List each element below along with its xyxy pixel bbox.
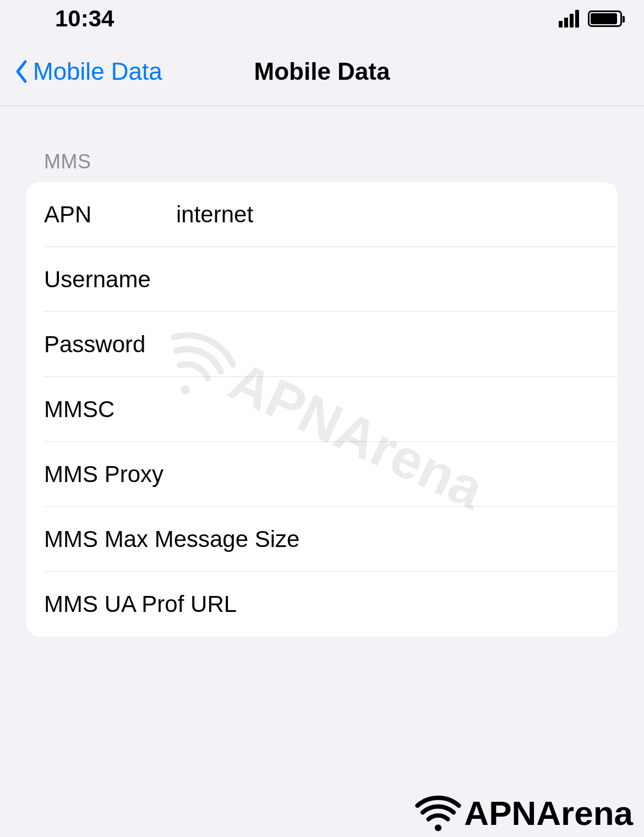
page-title: Mobile Data [254,58,390,85]
svg-point-0 [435,824,441,831]
back-label: Mobile Data [33,58,162,85]
navigation-bar: Mobile Data Mobile Data [0,37,644,106]
section-header-mms: MMS [26,150,618,182]
status-indicators [559,10,622,28]
mms-max-size-row[interactable]: MMS Max Message Size [26,507,618,572]
username-row[interactable]: Username [26,247,618,312]
mmsc-label: MMSC [44,396,176,423]
wifi-icon [413,794,463,833]
mms-proxy-row[interactable]: MMS Proxy [26,442,618,507]
mms-max-size-label: MMS Max Message Size [44,526,299,552]
username-input[interactable] [176,266,600,293]
mms-proxy-label: MMS Proxy [44,461,163,488]
status-bar: 10:34 [0,0,644,37]
apn-row[interactable]: APN [26,182,618,247]
mms-proxy-input[interactable] [174,461,600,488]
apn-label: APN [44,201,176,228]
password-label: Password [44,331,176,358]
password-input[interactable] [176,331,600,358]
battery-icon [588,10,622,27]
footer-logo: APNArena [413,794,633,833]
status-time: 10:34 [22,6,114,32]
mmsc-row[interactable]: MMSC [26,377,618,442]
username-label: Username [44,266,176,293]
content-area: MMS APN Username Password MMSC MMS Proxy… [0,106,644,637]
back-button[interactable]: Mobile Data [0,58,162,85]
mms-settings-group: APN Username Password MMSC MMS Proxy MMS… [26,182,618,637]
apn-input[interactable] [176,201,600,228]
password-row[interactable]: Password [26,312,618,377]
mms-ua-prof-url-label: MMS UA Prof URL [44,591,237,617]
signal-icon [559,10,579,28]
footer-logo-text: APNArena [464,794,633,833]
chevron-left-icon [13,59,29,84]
mmsc-input[interactable] [176,396,600,423]
mms-ua-prof-url-row[interactable]: MMS UA Prof URL [26,572,618,637]
